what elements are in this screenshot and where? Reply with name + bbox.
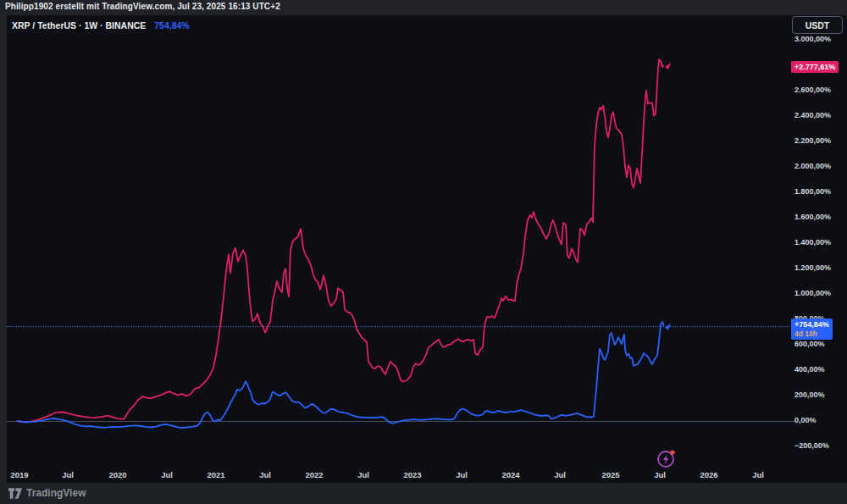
time-tick-label: 2022 — [305, 470, 323, 479]
price-tick-label: 1.000,00% — [794, 289, 831, 297]
time-tick-label: 2024 — [501, 470, 519, 479]
time-tick-label: 2025 — [601, 470, 619, 479]
time-tick-label: Jul — [259, 470, 271, 479]
symbol-legend[interactable]: XRP / TetherUS · 1W · BINANCE 754,84% — [12, 20, 190, 30]
price-tick-label: 0,00% — [794, 416, 817, 424]
price-tick-label: 600,00% — [794, 340, 825, 348]
tradingview-logo[interactable]: TradingView — [8, 487, 86, 499]
price-tick-label: 1.200,00% — [794, 263, 831, 272]
price-tick-label: 2.400,00% — [794, 111, 831, 119]
price-tick-label: 1.400,00% — [794, 238, 831, 246]
time-tick-label: 2021 — [207, 470, 224, 479]
symbol-change-value: 754,84% — [154, 20, 189, 30]
notification-dot — [670, 450, 674, 454]
price-tick-label: 1.600,00% — [794, 213, 831, 221]
price-tick-label: 2.200,00% — [794, 136, 831, 145]
tradingview-logo-icon — [8, 488, 22, 499]
time-tick-label: Jul — [357, 470, 369, 479]
price-tick-label: 200,00% — [794, 390, 825, 399]
time-tick-label: Jul — [161, 470, 173, 479]
time-tick-label: 2020 — [108, 470, 126, 479]
tradingview-chart-window: Philipp1902 erstellt mit TradingView.com… — [0, 0, 847, 504]
price-tick-label: 3.000,00% — [794, 35, 831, 43]
price-tick-label: −200,00% — [794, 441, 829, 450]
time-tick-label: Jul — [554, 470, 566, 479]
bottom-bar: TradingView — [0, 483, 847, 504]
time-tick-label: Jul — [62, 470, 74, 479]
lightning-bolt-glyph — [663, 455, 669, 465]
price-lines-plot[interactable] — [0, 0, 847, 483]
time-tick-label: Jul — [456, 470, 468, 479]
blue-series-price-badge: +754,84% 4d 10h — [791, 318, 833, 340]
price-tick-label: 400,00% — [794, 365, 825, 374]
blue-series-line — [17, 322, 664, 428]
time-tick-label: 2026 — [700, 470, 717, 479]
pink-series-price-badge: +2.777,61% — [791, 61, 839, 73]
pink-line-end-marker — [665, 63, 671, 69]
time-tick-label: Jul — [654, 470, 666, 479]
pink-series-line — [17, 59, 664, 422]
events-lightning-icon[interactable] — [656, 447, 678, 469]
symbol-title: XRP / TetherUS · 1W · BINANCE — [12, 20, 146, 30]
time-tick-label: 2023 — [403, 470, 421, 479]
price-tick-label: 2.600,00% — [794, 86, 831, 94]
time-tick-label: 2019 — [10, 470, 28, 479]
bar-countdown: 4d 10h — [794, 330, 829, 338]
time-axis[interactable]: 2019Jul2020Jul2021Jul2022Jul2023Jul2024J… — [0, 468, 847, 483]
blue-line-end-marker — [665, 324, 671, 330]
price-tick-label: 1.800,00% — [794, 187, 831, 196]
tradingview-logo-text: TradingView — [26, 487, 86, 499]
price-tick-label: 2.000,00% — [794, 162, 831, 170]
time-tick-label: Jul — [752, 470, 764, 479]
